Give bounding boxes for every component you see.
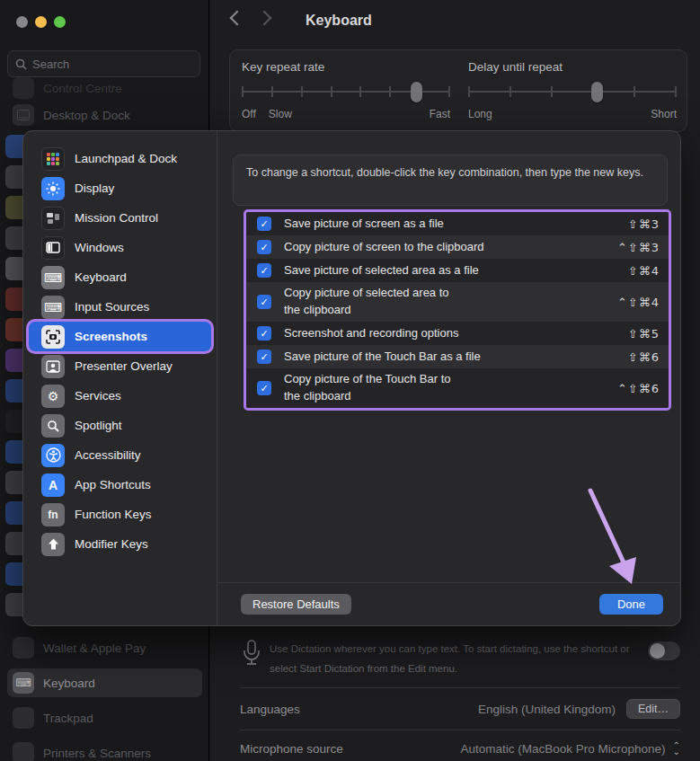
services-gear-icon: ⚙ [41,385,65,408]
wallet-icon [13,637,34,659]
nav-item-services[interactable]: ⚙ Services [29,381,211,411]
checkbox-checked[interactable]: ✓ [257,295,271,309]
delay-short-label: Short [651,108,677,120]
screenshots-icon [41,325,65,349]
nav-item-presenter-overlay[interactable]: Presenter Overlay [29,351,211,381]
back-button[interactable] [230,11,245,26]
shortcut-instruction: To change a shortcut, double-click the k… [233,155,668,206]
sidebar-item-control-centre[interactable]: Control Centre [13,77,122,99]
nav-item-mission-control[interactable]: Mission Control [29,203,211,233]
languages-value: English (United Kingdom) [478,703,616,716]
microphone-source-stepper[interactable]: ⌃ ⌄ [673,742,680,755]
shortcut-row[interactable]: ✓ Copy picture of the Touch Bar to the c… [246,368,669,408]
search-placeholder: Search [32,58,69,71]
shortcut-keys[interactable]: ⌃⇧⌘6 [617,382,660,395]
sheet-footer: Restore Defaults Done [217,582,680,625]
checkbox-checked[interactable]: ✓ [257,326,271,341]
shortcut-keys[interactable]: ⌃⇧⌘3 [617,241,660,254]
microphone-icon [242,640,261,667]
sidebar-item-desktop-dock[interactable]: Desktop & Dock [13,104,130,126]
sidebar-item-keyboard[interactable]: ⌨ Keyboard [7,668,202,697]
dictation-description: Use Dictation wherever you can type text… [270,640,647,679]
accessibility-icon [41,444,65,467]
sidebar-item-printers[interactable]: Printers & Scanners [7,739,202,761]
search-input[interactable]: Search [7,50,200,77]
launchpad-dock-icon [41,147,65,171]
check-icon: ✓ [260,265,268,277]
windows-icon [41,236,65,260]
key-repeat-slow-label: Slow [269,108,292,120]
shortcut-keys[interactable]: ⇧⌘6 [628,350,660,364]
languages-label: Languages [240,703,300,716]
edit-languages-button[interactable]: Edit… [626,699,680,719]
shortcut-list: ✓ Save picture of screen as a file ⇧⌘3 ✓… [244,209,671,411]
shortcut-row[interactable]: ✓ Save picture of selected area as a fil… [246,259,669,282]
microphone-source-value: Automatic (MacBook Pro Microphone) [461,742,666,756]
desktop-dock-icon [13,104,34,126]
shortcut-row[interactable]: ✓ Screenshot and recording options ⇧⌘5 [246,322,669,345]
key-repeat-off-label: Off [242,108,256,120]
delay-repeat-label: Delay until repeat [468,60,677,74]
close-window-button[interactable] [16,16,28,28]
nav-item-keyboard[interactable]: ⌨ Keyboard [29,262,211,292]
check-icon: ✓ [260,383,268,394]
shortcut-row[interactable]: ✓ Copy picture of screen to the clipboar… [246,235,669,259]
printer-icon [13,742,34,761]
key-repeat-slider[interactable] [242,81,450,102]
nav-item-app-shortcuts[interactable]: A App Shortcuts [29,470,211,500]
delay-long-label: Long [468,108,492,120]
nav-item-display[interactable]: Display [29,173,211,203]
check-icon: ✓ [260,351,268,363]
key-repeat-knob[interactable] [411,82,422,102]
presenter-overlay-icon [41,355,65,378]
check-icon: ✓ [260,242,268,253]
mission-control-icon [41,207,65,230]
checkbox-checked[interactable]: ✓ [257,381,271,395]
display-icon [41,177,65,200]
check-icon: ✓ [260,218,268,230]
modifier-keys-icon [41,533,65,556]
input-sources-icon: ⌨ [41,296,65,319]
done-button[interactable]: Done [599,594,663,615]
nav-item-accessibility[interactable]: Accessibility [29,440,211,470]
sidebar-item-wallet[interactable]: Wallet & Apple Pay [7,633,202,662]
function-keys-icon: fn [41,503,65,527]
checkbox-checked[interactable]: ✓ [257,240,271,254]
shortcut-row[interactable]: ✓ Save picture of the Touch Bar as a fil… [246,345,669,368]
keyboard-shortcuts-sheet: Launchpad & Dock Display Mission Control [22,130,681,626]
toggle-knob [650,643,665,659]
sidebar-item-trackpad[interactable]: Trackpad [7,703,202,732]
nav-item-modifier-keys[interactable]: Modifier Keys [29,529,211,559]
nav-item-windows[interactable]: Windows [29,233,211,262]
shortcut-keys[interactable]: ⇧⌘4 [628,264,660,278]
trackpad-icon [13,707,34,729]
key-repeat-label: Key repeat rate [242,60,450,74]
control-centre-icon [13,77,34,99]
restore-defaults-button[interactable]: Restore Defaults [241,594,351,615]
checkbox-checked[interactable]: ✓ [257,263,271,278]
search-icon [15,58,27,70]
zoom-window-button[interactable] [54,16,66,28]
shortcut-keys[interactable]: ⇧⌘3 [628,217,660,231]
nav-item-function-keys[interactable]: fn Function Keys [29,500,211,529]
delay-repeat-slider[interactable] [468,81,677,102]
nav-item-launchpad-dock[interactable]: Launchpad & Dock [29,144,211,173]
nav-item-spotlight[interactable]: Spotlight [29,411,211,440]
checkbox-checked[interactable]: ✓ [257,350,271,364]
keyboard-icon: ⌨ [41,266,65,289]
shortcut-keys[interactable]: ⌃⇧⌘4 [617,296,660,309]
shortcut-row[interactable]: ✓ Copy picture of selected area to the c… [246,282,669,322]
nav-item-screenshots[interactable]: Screenshots [29,322,211,351]
key-repeat-panel: Key repeat rate Off Slow Fast Delay unti… [229,49,687,132]
nav-item-input-sources[interactable]: ⌨ Input Sources [29,292,211,322]
check-icon: ✓ [260,296,268,308]
checkbox-checked[interactable]: ✓ [257,217,271,231]
shortcut-keys[interactable]: ⇧⌘5 [628,327,660,341]
delay-repeat-knob[interactable] [591,82,603,102]
minimize-window-button[interactable] [35,16,47,28]
dictation-toggle[interactable] [648,642,680,660]
forward-button[interactable] [257,11,272,26]
shortcut-row[interactable]: ✓ Save picture of screen as a file ⇧⌘3 [246,212,669,235]
shortcuts-nav: Launchpad & Dock Display Mission Control [23,131,217,625]
keyboard-icon: ⌨ [13,672,34,694]
